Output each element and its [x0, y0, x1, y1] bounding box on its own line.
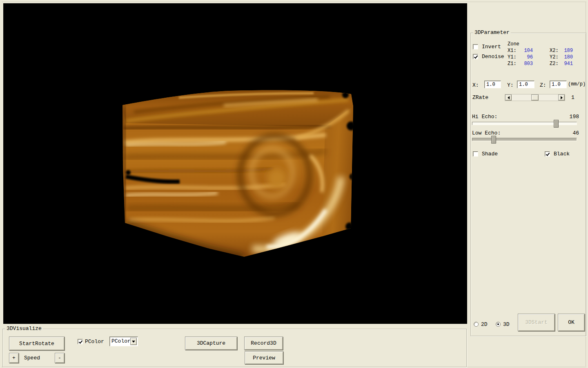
hi-echo-track[interactable] — [472, 122, 577, 125]
3dvisualize-group: 3DVisualize StartRotate + Speed - PColor… — [2, 329, 467, 367]
low-echo-label: Low Echo: — [472, 130, 501, 136]
zone-x1-label: X1: — [508, 48, 517, 54]
speed-label: Speed — [24, 355, 40, 361]
speed-plus-button[interactable]: + — [9, 353, 19, 363]
low-echo-thumb[interactable] — [491, 136, 496, 144]
zrate-label: ZRate — [472, 94, 488, 101]
zone-y2-value: 180 — [561, 54, 573, 61]
start-rotate-button[interactable]: StartRotate — [9, 337, 65, 350]
3dcapture-button[interactable]: 3DCapture — [185, 337, 237, 350]
hi-echo-thumb[interactable] — [554, 120, 559, 128]
preview-button[interactable]: Preview — [245, 351, 283, 364]
invert-label: Invert — [482, 44, 501, 50]
3dparameter-group: 3DParameter Invert Denoise Zone X1: 104 … — [470, 33, 586, 336]
invert-checkbox[interactable] — [473, 44, 478, 49]
zone-z2-label: Z2: — [550, 61, 559, 67]
y-scale-label: Y: — [507, 82, 514, 88]
x-scale-label: X: — [472, 82, 479, 88]
black-label: Black — [554, 151, 570, 157]
zrate-left-arrow[interactable] — [505, 94, 512, 101]
denoise-label: Denoise — [482, 54, 504, 60]
mode-2d-label: 2D — [481, 321, 488, 328]
scale-unit-label: (mm/p) — [568, 81, 586, 88]
pcolor-dropdown-arrow[interactable] — [130, 338, 137, 345]
3dvisualize-group-title: 3DVisualize — [5, 325, 43, 332]
hi-echo-value: 198 — [552, 114, 579, 120]
speed-minus-button[interactable]: - — [55, 353, 65, 363]
zone-z1-label: Z1: — [508, 61, 517, 67]
z-scale-label: Z: — [540, 82, 546, 88]
low-echo-value: 46 — [552, 130, 579, 136]
zone-x1-value: 104 — [519, 48, 533, 54]
zone-y2-label: Y2: — [550, 54, 559, 61]
left-arrow-icon — [508, 96, 510, 99]
window-frame-top — [2, 2, 586, 2]
black-checkbox[interactable] — [545, 151, 550, 157]
right-arrow-icon — [561, 96, 563, 99]
mode-3d-label: 3D — [503, 321, 510, 328]
3dparameter-group-title: 3DParameter — [473, 29, 511, 36]
zrate-thumb[interactable] — [531, 94, 539, 101]
chevron-down-icon — [132, 341, 135, 343]
shade-label: Shade — [482, 151, 498, 157]
zone-title: Zone — [508, 41, 519, 47]
3dstart-button[interactable]: 3DStart — [518, 314, 555, 331]
zrate-value: 1 — [571, 94, 575, 101]
zone-y1-label: Y1: — [508, 54, 517, 61]
z-scale-input[interactable] — [550, 81, 567, 88]
mode-2d-radio[interactable] — [474, 322, 479, 327]
pcolor-dropdown[interactable]: PColor — [109, 337, 138, 346]
zone-y1-value: 96 — [519, 54, 533, 61]
pcolor-dropdown-value: PColor — [111, 338, 131, 344]
volume-render — [3, 3, 467, 324]
x-scale-input[interactable] — [484, 81, 501, 88]
render-viewport[interactable] — [3, 3, 467, 324]
record3d-button[interactable]: Record3D — [244, 337, 283, 350]
zrate-scrollbar[interactable] — [505, 94, 565, 101]
zone-z2-value: 941 — [561, 61, 573, 67]
mode-3d-radio[interactable] — [496, 322, 501, 327]
ok-button[interactable]: OK — [558, 314, 585, 331]
pcolor-checkbox[interactable] — [78, 339, 83, 344]
zone-x2-value: 189 — [561, 48, 573, 54]
low-echo-track[interactable] — [472, 138, 577, 141]
y-scale-input[interactable] — [517, 81, 535, 88]
shade-checkbox[interactable] — [473, 151, 478, 157]
zone-z1-value: 803 — [519, 61, 533, 67]
zrate-right-arrow[interactable] — [558, 94, 565, 101]
denoise-checkbox[interactable] — [473, 54, 478, 59]
zone-x2-label: X2: — [550, 48, 559, 54]
pcolor-label: PColor — [85, 339, 104, 345]
app-window: 3DParameter Invert Denoise Zone X1: 104 … — [0, 0, 588, 368]
zrate-track[interactable] — [512, 94, 558, 101]
hi-echo-label: Hi Echo: — [472, 114, 497, 120]
